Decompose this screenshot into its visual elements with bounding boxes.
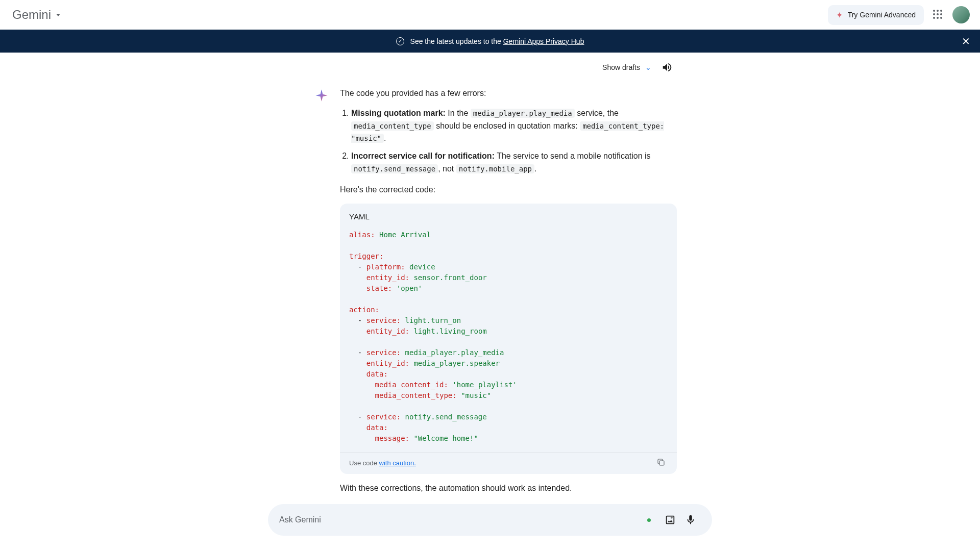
caution-pre: Use code <box>349 459 379 467</box>
close-icon[interactable]: ✕ <box>961 36 971 46</box>
code-language: YAML <box>340 204 677 228</box>
error-list: Missing quotation mark: In the media_pla… <box>340 107 677 176</box>
check-circle-icon <box>396 37 404 45</box>
copy-icon <box>656 458 666 467</box>
banner-text: See the latest updates to the <box>410 37 503 45</box>
caret-down-icon <box>56 14 60 16</box>
response-actions: Show drafts ⌄ <box>314 58 677 77</box>
sparkle-icon: ✦ <box>836 10 843 20</box>
svg-rect-0 <box>659 461 664 465</box>
response-body: The code you provided has a few errors: … <box>340 87 677 502</box>
try-advanced-button[interactable]: ✦ Try Gemini Advanced <box>828 5 924 25</box>
error-item: Incorrect service call for notification:… <box>351 150 677 176</box>
code-footer: Use code with caution. <box>340 452 677 474</box>
banner-link[interactable]: Gemini Apps Privacy Hub <box>503 37 584 45</box>
gemini-sparkle-icon <box>314 88 329 103</box>
header-right: ✦ Try Gemini Advanced <box>828 5 970 25</box>
caution-link[interactable]: with caution. <box>379 459 416 467</box>
privacy-banner: See the latest updates to the Gemini App… <box>0 30 980 53</box>
show-drafts-label: Show drafts <box>602 63 640 71</box>
response-intro: The code you provided has a few errors: <box>340 87 677 100</box>
logo-dropdown[interactable]: Gemini <box>12 8 60 22</box>
mic-icon <box>685 514 696 525</box>
apps-grid-icon[interactable] <box>933 10 943 20</box>
copy-button[interactable] <box>656 458 668 469</box>
logo-text: Gemini <box>12 8 51 22</box>
prompt-input[interactable] <box>279 515 638 524</box>
closing-text: With these corrections, the automation s… <box>340 482 677 495</box>
chevron-down-icon: ⌄ <box>645 63 651 71</box>
header: Gemini ✦ Try Gemini Advanced <box>0 0 980 30</box>
code-block: YAML alias: Home Arrival trigger: - plat… <box>340 204 677 474</box>
microphone-button[interactable] <box>684 514 697 526</box>
code-content: alias: Home Arrival trigger: - platform:… <box>340 228 677 452</box>
speaker-button[interactable] <box>657 58 677 77</box>
show-drafts-button[interactable]: Show drafts ⌄ <box>602 63 651 71</box>
image-plus-icon <box>665 514 676 525</box>
error-item: Missing quotation mark: In the media_pla… <box>351 107 677 145</box>
corrected-intro: Here's the corrected code: <box>340 184 677 196</box>
status-dot-icon <box>647 518 651 522</box>
chat-response: The code you provided has a few errors: … <box>314 87 677 502</box>
speaker-icon <box>662 62 673 73</box>
image-upload-button[interactable] <box>664 514 676 526</box>
prompt-input-bar <box>268 504 712 536</box>
try-advanced-label: Try Gemini Advanced <box>848 11 916 19</box>
avatar[interactable] <box>952 6 970 23</box>
